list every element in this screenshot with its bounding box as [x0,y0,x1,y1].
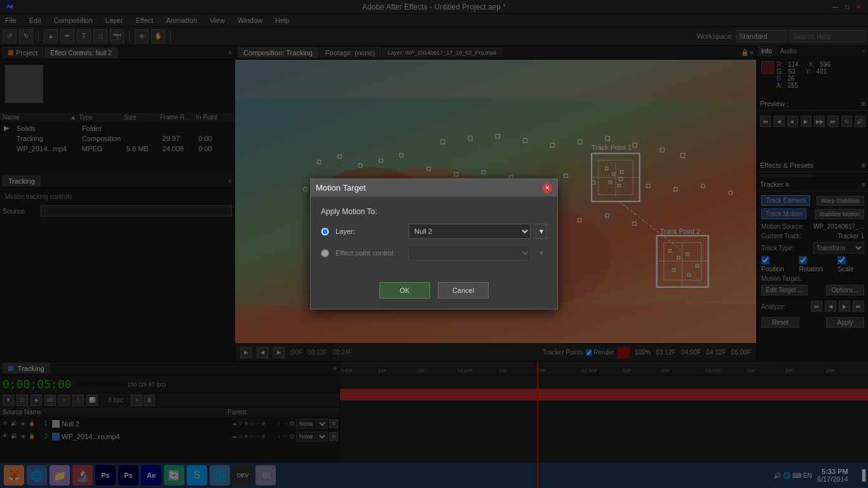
dialog-footer: OK Cancel [311,277,557,309]
dialog-title: Motion Target [316,183,366,193]
layer-radio-text: Layer: [336,227,355,235]
layer-select[interactable]: Null 2 [409,224,531,239]
layer-field: Layer: Null 2 ▼ [321,224,547,239]
effect-radio[interactable] [321,249,329,257]
effect-radio-text: Effect point control: [336,249,395,257]
effect-dropdown-btn: ▼ [536,245,547,261]
dialog-body: Apply Motion To: Layer: Null 2 ▼ Effect … [311,197,557,277]
layer-radio-label: Layer: [321,227,403,236]
layer-dropdown-btn[interactable]: ▼ [536,224,547,239]
dialog-close-btn[interactable]: ✕ [542,183,552,193]
dialog-title-bar: Motion Target ✕ [311,179,557,197]
effect-radio-label: Effect point control: [321,249,403,257]
effect-select [409,245,531,261]
motion-target-dialog: Motion Target ✕ Apply Motion To: Layer: … [310,179,558,309]
cancel-btn[interactable]: Cancel [438,282,489,299]
apply-motion-label: Apply Motion To: [321,207,547,216]
ok-btn[interactable]: OK [379,282,430,299]
effect-point-field: Effect point control: ▼ [321,245,547,261]
modal-overlay: Motion Target ✕ Apply Motion To: Layer: … [0,0,868,488]
layer-radio[interactable] [321,227,329,236]
